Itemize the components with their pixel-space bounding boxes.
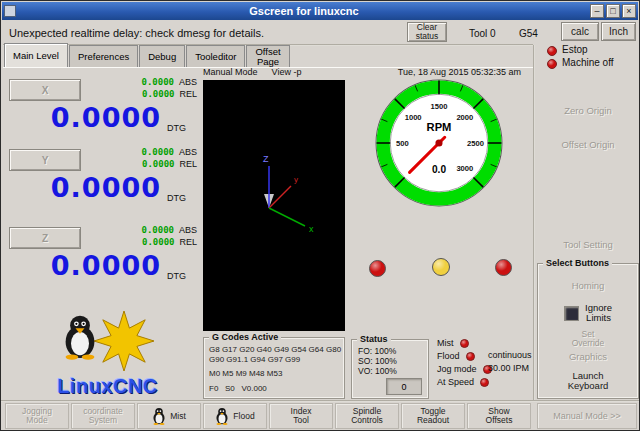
gremlin-preview[interactable]: Z y x [203,80,345,331]
ignore-limits-label: Ignore Limits [585,303,612,323]
homing-button[interactable]: Homing [545,277,631,295]
index-tool-button[interactable]: Index Tool [269,403,333,429]
jogging-mode-button[interactable]: Jogging Mode [5,403,69,429]
machine-off-label[interactable]: Machine off [562,57,614,68]
at-speed-led [480,378,489,387]
launch-keyboard-button[interactable]: Launch Keyboard [545,366,631,396]
flood-button[interactable]: Flood [203,403,267,429]
tab-preferences[interactable]: Preferences [69,45,138,67]
svg-text:500: 500 [396,139,409,148]
estop-led [547,46,557,56]
mist-button[interactable]: Mist [137,403,201,429]
axis-y-letter: Y [42,156,49,165]
axis-z-dtg-value: 0.0000 [9,250,161,281]
spindle-controls-button[interactable]: Spindle Controls [335,403,399,429]
axis-y-abs-label: ABS [179,147,197,157]
close-button[interactable]: × [622,4,636,18]
logo-text: LinuxCNC [35,375,180,398]
axis-x-button[interactable]: X [9,79,81,101]
tab-offset-page[interactable]: Offset Page [246,45,289,67]
y-axis-label: y [294,175,298,184]
mist-indicator-row: Mist [437,338,469,348]
minimize-button[interactable]: – [590,4,604,18]
axis-y-button[interactable]: Y [9,149,81,171]
mode-label: Manual Mode [203,67,258,78]
graphics-button[interactable]: Graphics [545,350,631,363]
axis-z-rel-row: 0.0000 REL [97,237,197,247]
linuxcnc-logo: LinuxCNC [35,309,180,399]
indicator-light-center [432,258,450,276]
axis-z-rel-value: 0.0000 [142,237,175,247]
svg-text:0.0: 0.0 [432,164,446,175]
axis-x-rel-row: 0.0000 REL [97,89,197,99]
svg-text:RPM: RPM [427,121,452,133]
axis-x-dtg-label: DTG [167,123,186,133]
axis-z-abs-row: 0.0000 ABS [97,225,197,235]
fsv-line: F0 S0 V0.000 [209,384,267,394]
offset-origin-button[interactable]: Offset Origin [539,131,637,159]
calc-button[interactable]: calc [561,22,599,41]
clear-status-button[interactable]: Clear status [407,22,447,42]
zero-origin-button[interactable]: Zero Origin [539,97,637,125]
show-offsets-button[interactable]: Show Offsets [467,403,531,429]
axis-z-letter: Z [42,234,48,243]
axis-y-dtg-value: 0.0000 [9,172,161,203]
status-title: Status [357,334,391,344]
window-menu-icon[interactable] [4,5,16,17]
ignore-limits-checkbox-icon [564,306,579,321]
tool-setting-button[interactable]: Tool Setting [539,231,637,259]
maximize-button[interactable]: □ [606,4,620,18]
axis-x-dtg-value: 0.0000 [9,102,161,133]
jog-mode-label: Jog mode [437,364,477,374]
jog-mode-indicator-row: Jog mode [437,364,492,374]
svg-text:2500: 2500 [467,139,484,148]
axis-x-abs-row: 0.0000 ABS [97,77,197,87]
axis-x-letter: X [42,86,49,95]
axis-y-dtg-label: DTG [167,193,186,203]
mist-label: Mist [437,338,454,348]
axis-z-abs-value: 0.0000 [141,225,174,235]
tab-tooleditor[interactable]: Tooleditor [186,45,245,67]
estop-label[interactable]: Estop [562,44,588,55]
tux-icon [215,407,229,425]
tab-debug[interactable]: Debug [139,45,185,67]
x-axis-label: x [309,224,314,234]
feed-override-label: FO: 100% [358,346,396,356]
titlebar[interactable]: Gscreen for linuxcnc – □ × [2,2,638,20]
coordinate-system-button[interactable]: coordinate System [71,403,135,429]
units-toggle-button[interactable]: Inch [601,22,636,41]
toggle-readout-button[interactable]: Toggle Readout [401,403,465,429]
gcodes-line-2: G90 G91.1 G94 G97 G99 [209,355,300,365]
indicator-light-left [369,260,386,277]
axis-y-rel-label: REL [179,159,197,169]
window-controls: – □ × [588,4,636,18]
set-override-button[interactable]: Set Override [545,330,631,348]
axis-z-button[interactable]: Z [9,227,81,249]
at-speed-label: At Speed [437,377,474,387]
window-title: Gscreen for linuxcnc [20,3,588,20]
gcodes-line-1: G8 G17 G20 G40 G49 G54 G64 G80 [209,345,341,355]
gcodes-title: G Codes Active [209,332,281,342]
jog-speed-value: 30.00 IPM [488,363,529,373]
mode-next-button[interactable]: Manual Mode >> [537,403,637,429]
select-buttons-title: Select Buttons [543,258,612,268]
realtime-delay-message: Unexpected realtime delay: check dmesg f… [9,27,264,39]
axis-x-rel-value: 0.0000 [142,89,175,99]
spindle-override-label: SO: 100% [358,356,397,366]
velocity-override-label: VO: 100% [358,366,397,376]
tab-main-level[interactable]: Main Level [4,43,68,67]
panel-separator [533,45,535,401]
status-readout-box[interactable]: 0 [386,378,422,395]
flood-button-label: Flood [233,412,254,421]
axis-z-dtg-label: DTG [167,271,186,281]
ignore-limits-toggle[interactable]: Ignore Limits [541,299,635,327]
coord-system-label: G54 [519,28,538,39]
axis-y-rel-row: 0.0000 REL [97,159,197,169]
jog-mode-value: continuous [488,350,532,360]
tux-icon [152,407,166,425]
x-axis-line [269,208,305,226]
rpm-gauge-dial: 50010001500200025003000RPM0.0 [373,77,505,209]
mist-led [460,339,469,348]
z-axis-label: Z [263,154,269,164]
mcodes-line: M0 M5 M9 M48 M53 [209,369,282,379]
